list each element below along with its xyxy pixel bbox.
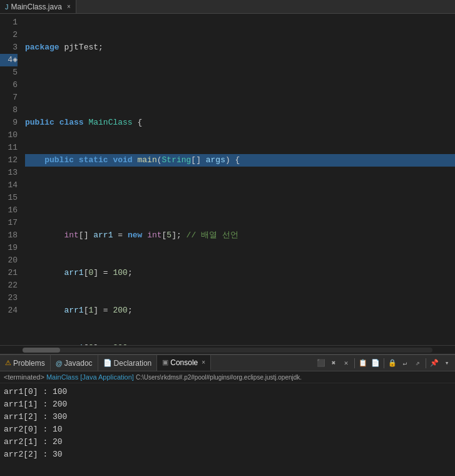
ln-9: 9: [0, 116, 18, 129]
bottom-panel: ⚠ Problems @ Javadoc 📄 Declaration ▣ Con…: [0, 354, 455, 476]
stop-button[interactable]: ✖: [328, 358, 339, 369]
code-line-7: arr1[0] = 100;: [25, 267, 455, 279]
code-line-6: int[] arr1 = new int[5]; // 배열 선언: [25, 229, 455, 242]
ln-15: 15: [0, 192, 18, 204]
code-editor[interactable]: package pjtTest; public class MainClass …: [23, 14, 455, 345]
tab-javadoc[interactable]: @ Javadoc: [51, 355, 98, 371]
code-line-3: public class MainClass {: [25, 116, 455, 129]
console-line-3: arr1[2] : 300: [4, 411, 451, 423]
ln-4: 4◈: [0, 54, 18, 66]
scroll-lock-button[interactable]: 🔒: [387, 358, 398, 369]
javadoc-icon: @: [56, 360, 63, 367]
ln-17: 17: [0, 217, 18, 229]
declaration-icon: 📄: [103, 359, 112, 367]
line-numbers: 1 2 3 4◈ 5 6 7 8 9 10 11 12 13 14 15 16 …: [0, 14, 23, 345]
copy-output-button[interactable]: 📋: [357, 358, 369, 369]
tab-problems-label: Problems: [13, 359, 45, 368]
tab-console[interactable]: ▣ Console ×: [157, 355, 211, 371]
java-file-icon: J: [5, 3, 9, 11]
open-console-button[interactable]: ⇗: [412, 358, 423, 369]
code-line-2: [25, 79, 455, 91]
code-line-5: [25, 192, 455, 204]
console-output: arr1[0] : 100 arr1[1] : 200 arr1[2] : 30…: [0, 383, 455, 476]
horizontal-scrollbar[interactable]: [0, 345, 455, 354]
editor-tab-bar: J MainClass.java ×: [0, 0, 455, 14]
console-icon: ▣: [162, 358, 168, 366]
ln-21: 21: [0, 267, 18, 279]
ln-2: 2: [0, 29, 18, 41]
ln-5: 5: [0, 66, 18, 79]
toolbar-separator-1: [354, 358, 355, 368]
toolbar-separator-2: [384, 358, 384, 368]
tab-javadoc-label: Javadoc: [64, 359, 93, 368]
ln-11: 11: [0, 142, 18, 154]
main-class-tab[interactable]: J MainClass.java ×: [0, 0, 76, 13]
tab-close-button[interactable]: ×: [67, 3, 71, 10]
ln-23: 23: [0, 292, 18, 304]
terminated-label: <terminated>: [4, 373, 46, 381]
console-line-5: arr2[1] : 20: [4, 436, 451, 448]
ln-1: 1: [0, 16, 18, 29]
tab-problems[interactable]: ⚠ Problems: [0, 355, 51, 371]
console-close-icon[interactable]: ×: [202, 359, 205, 366]
app-path: C:\Users\rkdms#.p2#pool#plugins#org.ecli…: [136, 374, 302, 381]
tab-console-label: Console: [170, 358, 198, 367]
console-line-2: arr1[1] : 200: [4, 398, 451, 411]
ln-14: 14: [0, 179, 18, 192]
console-line-1: arr1[0] : 100: [4, 386, 451, 398]
code-line-9: arr1[2] = 300;: [25, 342, 455, 345]
ln-24: 24: [0, 304, 18, 317]
ln-22: 22: [0, 279, 18, 292]
ln-10: 10: [0, 129, 18, 142]
code-line-8: arr1[1] = 200;: [25, 304, 455, 317]
console-header: <terminated> MainClass [Java Application…: [0, 371, 455, 383]
ln-16: 16: [0, 204, 18, 217]
tab-declaration[interactable]: 📄 Declaration: [98, 355, 158, 371]
scroll-track: [23, 348, 432, 353]
scroll-thumb[interactable]: [23, 348, 60, 353]
app-name: MainClass [Java Application]: [46, 373, 136, 381]
editor-area: 1 2 3 4◈ 5 6 7 8 9 10 11 12 13 14 15 16 …: [0, 14, 455, 345]
ln-3: 3: [0, 41, 18, 54]
code-line-1: package pjtTest;: [25, 41, 455, 54]
view-menu-button[interactable]: ▾: [441, 358, 452, 369]
ln-7: 7: [0, 91, 18, 104]
pin-button[interactable]: 📌: [429, 358, 440, 369]
console-line-4: arr2[0] : 10: [4, 423, 451, 436]
clear-console-button[interactable]: ⬛: [315, 358, 327, 369]
ln-12: 12: [0, 154, 18, 167]
ln-13: 13: [0, 167, 18, 179]
word-wrap-button[interactable]: ↵: [399, 358, 411, 369]
paste-button[interactable]: 📄: [370, 358, 381, 369]
console-line-6: arr2[2] : 30: [4, 448, 451, 461]
bottom-tab-bar: ⚠ Problems @ Javadoc 📄 Declaration ▣ Con…: [0, 355, 455, 371]
console-toolbar: ⬛ ✖ ✕ 📋 📄 🔒 ↵ ⇗ 📌 ▾: [315, 358, 455, 369]
ln-18: 18: [0, 229, 18, 242]
ln-19: 19: [0, 242, 18, 254]
code-line-4: public static void main(String[] args) {: [25, 154, 455, 167]
toolbar-separator-3: [426, 358, 426, 368]
tab-label: MainClass.java: [11, 3, 62, 11]
remove-launch-button[interactable]: ✕: [340, 358, 352, 369]
tab-declaration-label: Declaration: [114, 359, 152, 368]
problems-icon: ⚠: [5, 359, 11, 367]
ln-20: 20: [0, 254, 18, 267]
ln-8: 8: [0, 104, 18, 116]
ln-6: 6: [0, 79, 18, 91]
